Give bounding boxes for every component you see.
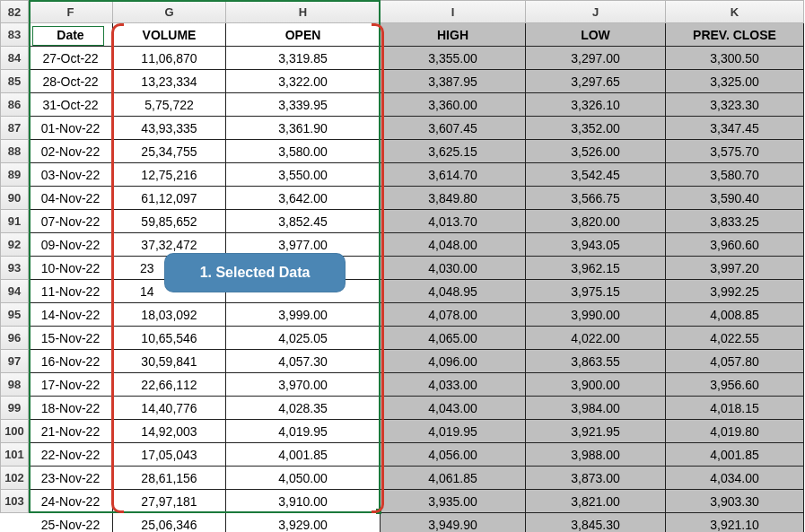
- cell[interactable]: 3,625.15: [381, 140, 526, 163]
- row-header[interactable]: 84: [0, 47, 29, 70]
- cell[interactable]: 4,043.00: [381, 397, 526, 420]
- row-header[interactable]: 96: [0, 327, 29, 350]
- cell[interactable]: 11,06,870: [113, 47, 226, 70]
- cell[interactable]: 3,642.00: [226, 187, 381, 210]
- row-header[interactable]: 98: [0, 373, 29, 397]
- header-high[interactable]: HIGH: [381, 23, 526, 47]
- cell[interactable]: 5,75,722: [113, 93, 226, 117]
- cell[interactable]: 4,050.00: [226, 467, 381, 490]
- cell[interactable]: 4,019.95: [381, 420, 526, 443]
- cell[interactable]: 25-Nov-22: [29, 513, 113, 532]
- cell[interactable]: 3,575.70: [666, 140, 804, 163]
- cell[interactable]: 01-Nov-22: [29, 117, 113, 140]
- cell[interactable]: 24-Nov-22: [29, 490, 113, 513]
- cell[interactable]: 4,048.95: [381, 280, 526, 303]
- col-header-F[interactable]: F: [29, 0, 113, 23]
- cell[interactable]: 25,34,755: [113, 140, 226, 163]
- cell[interactable]: 12,75,216: [113, 163, 226, 187]
- cell[interactable]: 3,921.95: [526, 420, 666, 443]
- cell[interactable]: 3,943.05: [526, 233, 666, 257]
- row-header[interactable]: 94: [0, 280, 29, 303]
- cell[interactable]: 4,025.05: [226, 327, 381, 350]
- cell[interactable]: 18,03,092: [113, 303, 226, 327]
- cell[interactable]: 3,949.90: [381, 513, 526, 532]
- cell[interactable]: 3,845.30: [526, 513, 666, 532]
- cell[interactable]: 3,984.00: [526, 397, 666, 420]
- col-header-G[interactable]: G: [113, 0, 226, 23]
- col-header-I[interactable]: I: [381, 0, 526, 23]
- cell[interactable]: 3,361.90: [226, 117, 381, 140]
- row-header[interactable]: 85: [0, 70, 29, 93]
- cell[interactable]: 4,033.00: [381, 373, 526, 397]
- cell[interactable]: 3,997.20: [666, 257, 804, 280]
- cell[interactable]: 4,028.35: [226, 397, 381, 420]
- col-header-K[interactable]: K: [666, 0, 804, 23]
- cell[interactable]: 3,607.45: [381, 117, 526, 140]
- header-volume[interactable]: VOLUME: [113, 23, 226, 47]
- cell[interactable]: 3,352.00: [526, 117, 666, 140]
- cell[interactable]: 4,057.30: [226, 350, 381, 373]
- cell[interactable]: 4,022.00: [526, 327, 666, 350]
- row-header[interactable]: 89: [0, 163, 29, 187]
- header-low[interactable]: LOW: [526, 23, 666, 47]
- cell[interactable]: 22,66,112: [113, 373, 226, 397]
- cell[interactable]: 4,022.55: [666, 327, 804, 350]
- cell[interactable]: 03-Nov-22: [29, 163, 113, 187]
- cell[interactable]: 3,962.15: [526, 257, 666, 280]
- cell[interactable]: 10-Nov-22: [29, 257, 113, 280]
- cell[interactable]: 3,873.00: [526, 467, 666, 490]
- cell[interactable]: 04-Nov-22: [29, 187, 113, 210]
- row-header[interactable]: 91: [0, 210, 29, 233]
- cell[interactable]: 17-Nov-22: [29, 373, 113, 397]
- cell[interactable]: 22-Nov-22: [29, 443, 113, 467]
- cell[interactable]: 4,096.00: [381, 350, 526, 373]
- cell[interactable]: 4,019.80: [666, 420, 804, 443]
- cell[interactable]: 17,05,043: [113, 443, 226, 467]
- row-header[interactable]: 86: [0, 93, 29, 117]
- cell[interactable]: 3,935.00: [381, 490, 526, 513]
- cell[interactable]: 3,590.40: [666, 187, 804, 210]
- cell[interactable]: 3,921.10: [666, 513, 804, 532]
- cell[interactable]: 3,929.00: [226, 513, 381, 532]
- cell[interactable]: 3,900.00: [526, 373, 666, 397]
- cell[interactable]: 14-Nov-22: [29, 303, 113, 327]
- cell[interactable]: 3,297.00: [526, 47, 666, 70]
- cell[interactable]: 21-Nov-22: [29, 420, 113, 443]
- cell[interactable]: 3,960.60: [666, 233, 804, 257]
- header-open[interactable]: OPEN: [226, 23, 381, 47]
- row-header[interactable]: 101: [0, 443, 29, 467]
- cell[interactable]: 3,833.25: [666, 210, 804, 233]
- cell[interactable]: 16-Nov-22: [29, 350, 113, 373]
- cell[interactable]: 3,970.00: [226, 373, 381, 397]
- cell[interactable]: 3,821.00: [526, 490, 666, 513]
- cell[interactable]: 4,018.15: [666, 397, 804, 420]
- row-header[interactable]: 87: [0, 117, 29, 140]
- cell[interactable]: 4,030.00: [381, 257, 526, 280]
- cell[interactable]: 15-Nov-22: [29, 327, 113, 350]
- cell[interactable]: 3,999.00: [226, 303, 381, 327]
- cell[interactable]: 43,93,335: [113, 117, 226, 140]
- cell[interactable]: 3,956.60: [666, 373, 804, 397]
- cell[interactable]: 3,975.15: [526, 280, 666, 303]
- cell[interactable]: 3,339.95: [226, 93, 381, 117]
- cell[interactable]: 3,849.80: [381, 187, 526, 210]
- cell[interactable]: 31-Oct-22: [29, 93, 113, 117]
- row-header[interactable]: 90: [0, 187, 29, 210]
- header-prev-close[interactable]: PREV. CLOSE: [666, 23, 804, 47]
- cell[interactable]: 02-Nov-22: [29, 140, 113, 163]
- cell[interactable]: 3,580.00: [226, 140, 381, 163]
- cell[interactable]: 61,12,097: [113, 187, 226, 210]
- cell[interactable]: 3,614.70: [381, 163, 526, 187]
- cell[interactable]: 27,97,181: [113, 490, 226, 513]
- cell[interactable]: 4,078.00: [381, 303, 526, 327]
- cell[interactable]: 3,988.00: [526, 443, 666, 467]
- cell[interactable]: 3,820.00: [526, 210, 666, 233]
- cell[interactable]: 3,910.00: [226, 490, 381, 513]
- cell[interactable]: 27-Oct-22: [29, 47, 113, 70]
- col-header-J[interactable]: J: [526, 0, 666, 23]
- cell[interactable]: 3,319.85: [226, 47, 381, 70]
- spreadsheet-grid[interactable]: 82 83 84 85 86 87 88 89 90 91 92 93 94 9…: [0, 0, 805, 532]
- cell[interactable]: 23-Nov-22: [29, 467, 113, 490]
- cell[interactable]: 4,061.85: [381, 467, 526, 490]
- cell[interactable]: 3,322.00: [226, 70, 381, 93]
